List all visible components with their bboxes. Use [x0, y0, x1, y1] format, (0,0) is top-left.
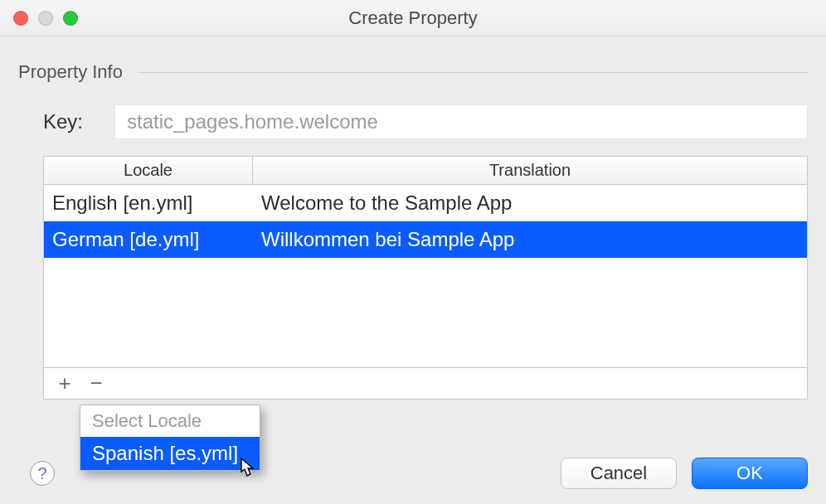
section-divider — [138, 72, 808, 73]
help-icon: ? — [37, 464, 46, 483]
dialog-content: Property Info Key: static_pages.home.wel… — [0, 36, 826, 418]
section-header: Property Info — [18, 61, 808, 83]
table-row[interactable]: English [en.yml] Welcome to the Sample A… — [44, 185, 807, 221]
table-header: Locale Translation — [44, 157, 807, 185]
cell-translation[interactable]: Welcome to the Sample App — [253, 191, 807, 215]
table-footer: + − — [44, 367, 807, 399]
close-window-button[interactable] — [13, 11, 28, 26]
window-controls — [13, 11, 78, 26]
cell-locale: German [de.yml] — [44, 228, 253, 251]
window-title: Create Property — [348, 7, 477, 29]
cancel-button-label: Cancel — [590, 463, 647, 484]
table-body: English [en.yml] Welcome to the Sample A… — [44, 185, 807, 367]
column-header-translation[interactable]: Translation — [253, 157, 807, 184]
cancel-button[interactable]: Cancel — [561, 458, 677, 489]
titlebar: Create Property — [0, 0, 826, 36]
section-title: Property Info — [18, 61, 123, 83]
dialog-window: Create Property Property Info Key: stati… — [0, 0, 826, 504]
popup-item[interactable]: Spanish [es.yml] — [80, 437, 260, 470]
column-header-locale[interactable]: Locale — [44, 157, 253, 184]
table-row[interactable]: German [de.yml] Willkommen bei Sample Ap… — [44, 221, 807, 258]
popup-heading: Select Locale — [80, 405, 260, 437]
minimize-window-button — [38, 11, 53, 26]
key-row: Key: static_pages.home.welcome — [43, 104, 808, 139]
ok-button-label: OK — [736, 463, 763, 484]
locale-table: Locale Translation English [en.yml] Welc… — [43, 156, 808, 400]
zoom-window-button[interactable] — [63, 11, 78, 26]
minus-icon: − — [90, 371, 102, 396]
add-row-button[interactable]: + — [51, 371, 79, 396]
key-label: Key: — [43, 110, 114, 133]
key-input[interactable]: static_pages.home.welcome — [114, 104, 808, 139]
plus-icon: + — [58, 371, 70, 396]
cell-translation[interactable]: Willkommen bei Sample App — [253, 228, 807, 251]
remove-row-button[interactable]: − — [82, 371, 110, 396]
locale-popup-menu[interactable]: Select Locale Spanish [es.yml] — [80, 405, 260, 471]
ok-button[interactable]: OK — [692, 458, 808, 489]
help-button[interactable]: ? — [30, 461, 55, 486]
cell-locale: English [en.yml] — [44, 191, 253, 215]
popup-item-label: Spanish [es.yml] — [92, 442, 238, 464]
key-input-value: static_pages.home.welcome — [127, 110, 378, 133]
